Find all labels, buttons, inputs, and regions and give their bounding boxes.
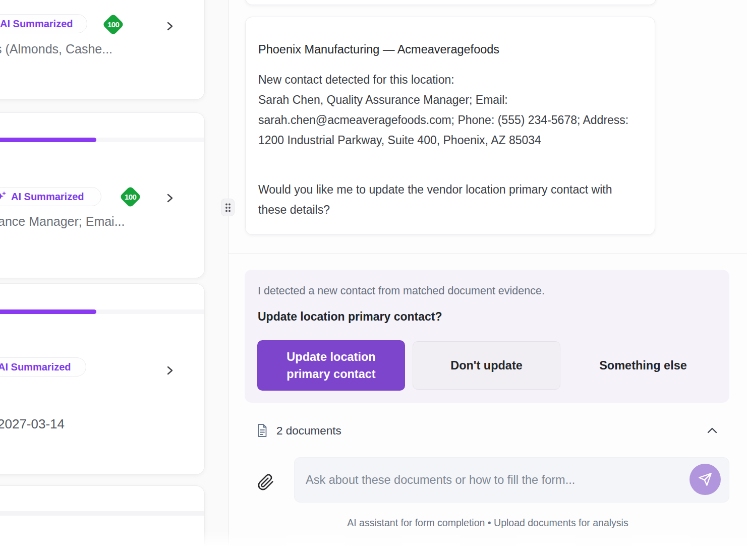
send-button[interactable] [689, 464, 721, 495]
something-else-button[interactable]: Something else [572, 341, 714, 390]
ai-summarized-label: AI Summarized [0, 18, 73, 30]
score-badge: 100 [120, 186, 142, 208]
suggestion-panel: I detected a new contact from matched do… [245, 270, 729, 403]
suggestion-prompt: Update location primary contact? [258, 310, 442, 324]
ai-summarized-badge: AI Summarized [0, 357, 86, 377]
grip-dots-icon [224, 202, 232, 213]
ai-summarized-badge: AI Summarized [0, 187, 101, 206]
score-value: 100 [107, 20, 120, 29]
message-question: Would you like me to update the vendor l… [258, 179, 634, 220]
section-divider [228, 254, 747, 254]
documents-count-label: 2 documents [276, 424, 341, 438]
paperclip-icon [257, 473, 274, 492]
assistant-message-card: Phoenix Manufacturing — Acmeaveragefoods… [245, 17, 655, 235]
card-summary-text: s (Almonds, Cashe... [0, 42, 112, 56]
ai-summarized-label: AI Summarized [11, 191, 84, 203]
chevron-right-icon [166, 365, 174, 376]
summaries-sidebar: AI Summarized 100 s (Almonds, Cashe... A… [0, 0, 228, 560]
assistant-footer-note: AI assistant for form completion • Uploa… [228, 517, 747, 529]
summary-card[interactable] [0, 485, 205, 560]
card-summary-text: ance Manager; Emai... [0, 214, 125, 229]
message-body: New contact detected for this location: … [258, 70, 634, 150]
summary-card[interactable]: AI Summarized 100 s (Almonds, Cashe... [0, 0, 205, 100]
collapse-documents-button[interactable] [703, 422, 721, 439]
card-date-text: 2027-03-14 [0, 416, 65, 432]
chat-input[interactable] [294, 457, 729, 503]
ai-summarized-label: AI Summarized [0, 361, 71, 373]
progress-fill [0, 309, 96, 314]
score-value: 100 [125, 193, 137, 201]
chevron-up-icon [707, 427, 718, 434]
chevron-right-icon [166, 193, 174, 203]
message-title: Phoenix Manufacturing — Acmeaveragefoods [258, 43, 499, 56]
score-badge: 100 [102, 14, 125, 36]
send-icon [698, 472, 712, 486]
panel-divider [228, 0, 228, 560]
summary-card[interactable]: AI Summarized 2027-03-14 [0, 283, 205, 475]
attach-file-button[interactable] [254, 470, 277, 495]
dont-update-button[interactable]: Don't update [413, 341, 560, 390]
detection-note: I detected a new contact from matched do… [258, 285, 545, 297]
progress-fill [0, 138, 96, 142]
document-icon [257, 423, 268, 438]
summary-card[interactable]: AI Summarized 100 ance Manager; Emai... [0, 112, 205, 278]
sparkle-icon [0, 191, 7, 202]
update-location-primary-contact-button[interactable]: Update location primary contact [257, 340, 405, 391]
ai-summarized-badge: AI Summarized [0, 14, 87, 33]
previous-message-card [245, 0, 656, 5]
chevron-right-icon [166, 21, 174, 31]
progress-track [0, 511, 204, 516]
panel-resize-handle[interactable] [221, 199, 235, 216]
